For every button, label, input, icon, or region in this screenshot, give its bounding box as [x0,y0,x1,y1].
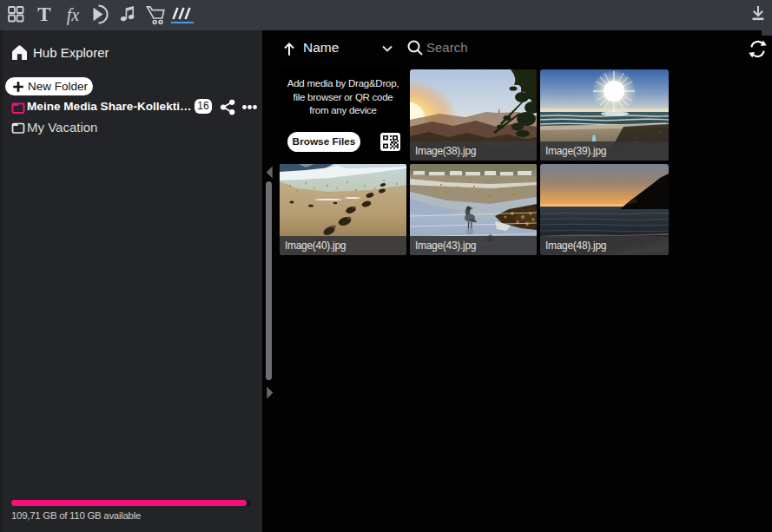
svg-text:fx: fx [67,5,80,25]
svg-text:T: T [37,3,50,25]
